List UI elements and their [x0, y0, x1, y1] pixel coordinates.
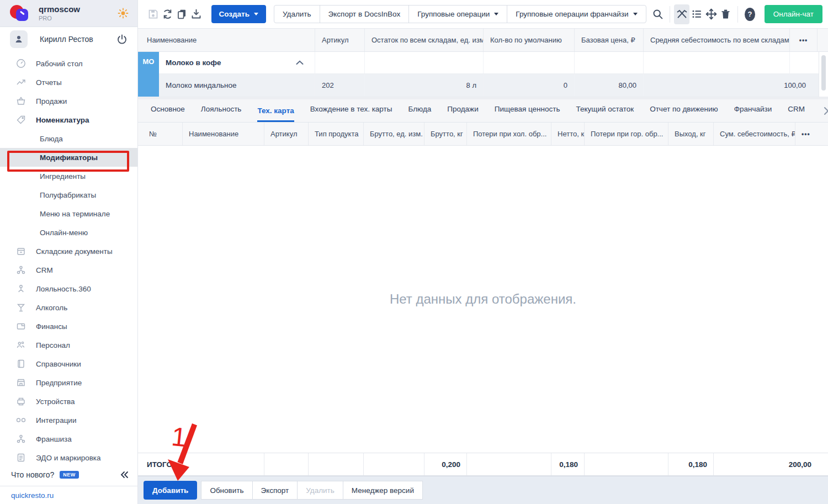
detail-col-gross-kg[interactable]: Брутто, кг: [424, 123, 466, 145]
detail-col-gross-unit[interactable]: Брутто, ед. изм.: [363, 123, 424, 145]
group-operations-franchise-button[interactable]: Групповые операции франчайзи: [507, 5, 646, 23]
sidebar-item-sales[interactable]: Продажи: [0, 92, 137, 110]
sidebar-item-directories[interactable]: Справочники: [0, 354, 137, 373]
detail-column-settings-button[interactable]: •••: [795, 123, 828, 145]
sidebar-item-ingredients[interactable]: Ингредиенты: [0, 167, 137, 185]
version-manager-button[interactable]: Менеджер версий: [343, 481, 423, 500]
detail-col-sku[interactable]: Артикул: [264, 123, 308, 145]
create-button[interactable]: Создать: [211, 5, 267, 23]
new-badge: NEW: [60, 471, 79, 479]
sidebar-item-loyalty360[interactable]: Лояльность.360: [0, 279, 137, 298]
sidebar-item-online-menu[interactable]: Онлайн-меню: [0, 223, 137, 242]
download-icon[interactable]: [189, 8, 203, 20]
online-chat-button[interactable]: Онлайн-чат: [765, 5, 822, 23]
detail-col-product-type[interactable]: Тип продукта: [308, 123, 363, 145]
totals-cost: 200,00: [713, 453, 828, 475]
product-avg-cost: 100,00: [643, 74, 817, 96]
logout-power-icon[interactable]: [116, 34, 128, 45]
header-rail: [817, 29, 828, 51]
copy-icon[interactable]: [174, 8, 189, 20]
whats-new-link[interactable]: Что нового?: [11, 470, 54, 479]
sidebar-item-edo[interactable]: ЭДО и маркировка: [0, 448, 137, 467]
list-view-icon[interactable]: [689, 8, 704, 20]
column-header-avg-cost[interactable]: Средняя себестоимость по всем складам, ₽: [643, 29, 789, 51]
sidebar-item-modifiers[interactable]: Модификаторы: [0, 148, 137, 167]
sidebar-item-desktop[interactable]: Рабочий стол: [0, 54, 137, 73]
user-panel: Кирилл Рестов: [0, 27, 137, 52]
sidebar-item-alcohol[interactable]: Алкоголь: [0, 298, 137, 317]
sidebar-item-reports[interactable]: Отчеты: [0, 73, 137, 92]
refresh-button[interactable]: Обновить: [201, 481, 252, 500]
product-row[interactable]: Молоко миндальное 202 8 л 0 80,00 100,00: [138, 74, 828, 97]
group-row[interactable]: Молоко в кофе: [138, 52, 828, 74]
footer-button-group: Обновить Экспорт Удалить Менеджер версий: [201, 481, 423, 500]
export-button[interactable]: Экспорт: [252, 481, 298, 500]
app-logo-icon: [10, 3, 30, 23]
sidebar-item-integrations[interactable]: Интеграции: [0, 411, 137, 429]
detail-col-cold-loss[interactable]: Потери при хол. обр...: [466, 123, 551, 145]
tab-tech-card-usage[interactable]: Вхождение в тех. карты: [310, 105, 392, 122]
tab-main[interactable]: Основное: [151, 105, 185, 122]
sidebar-item-enterprise[interactable]: Предприятие: [0, 373, 137, 392]
trash-icon[interactable]: [718, 8, 733, 20]
empty-state-text: Нет данных для отображения.: [390, 291, 576, 307]
chevron-up-icon[interactable]: [296, 60, 308, 65]
sidebar-item-finance[interactable]: Финансы: [0, 317, 137, 336]
tab-dishes[interactable]: Блюда: [408, 105, 431, 122]
search-icon[interactable]: [651, 8, 665, 20]
tab-franchisee[interactable]: Франчайзи: [734, 105, 772, 122]
chevron-down-icon: [633, 13, 638, 15]
sidebar-item-warehouse-docs[interactable]: Складские документы: [0, 242, 137, 261]
totals-label: ИТОГО:: [138, 453, 264, 475]
tab-loyalty[interactable]: Лояльность: [201, 105, 242, 122]
sidebar-item-franchise[interactable]: Франшиза: [0, 429, 137, 448]
close-icon[interactable]: [821, 104, 828, 118]
sidebar-item-terminal-menu[interactable]: Меню на терминале: [0, 204, 137, 223]
help-icon[interactable]: ?: [745, 8, 755, 21]
sidebar-item-label: Отчеты: [36, 78, 62, 87]
plan-label: PRO: [39, 15, 80, 22]
detail-col-net-kg[interactable]: Нетто, кг: [551, 123, 584, 145]
sidebar-item-label: Онлайн-меню: [40, 229, 88, 237]
tools-icon[interactable]: [674, 4, 689, 24]
column-header-sku[interactable]: Артикул: [315, 29, 364, 51]
sidebar-item-label: Предприятие: [36, 379, 82, 387]
group-operations-button[interactable]: Групповые операции: [408, 5, 507, 23]
delete-button[interactable]: Удалить: [274, 5, 320, 23]
sidebar-item-crm[interactable]: CRM: [0, 261, 137, 279]
column-header-default-qty[interactable]: Кол-во по умолчанию: [483, 29, 574, 51]
detail-col-hot-loss[interactable]: Потери при гор. обр...: [584, 123, 668, 145]
export-docsinbox-button[interactable]: Экспорт в DocsInBox: [320, 5, 410, 23]
chevron-down-icon: [254, 13, 258, 15]
detail-col-output-kg[interactable]: Выход, кг: [668, 123, 713, 145]
product-stock: 8 л: [364, 74, 483, 96]
tab-sales[interactable]: Продажи: [447, 105, 478, 122]
move-icon[interactable]: [704, 8, 718, 20]
detail-col-name[interactable]: Наименование: [182, 123, 264, 145]
sidebar-item-dishes[interactable]: Блюда: [0, 129, 137, 148]
tab-tech-card[interactable]: Тех. карта: [257, 107, 294, 122]
chevron-down-icon: [494, 13, 498, 15]
sidebar-item-semifinished[interactable]: Полуфабрикаты: [0, 185, 137, 204]
column-header-base-price[interactable]: Базовая цена, ₽: [574, 29, 643, 51]
collapse-sidebar-icon[interactable]: [120, 471, 129, 479]
quickresto-link[interactable]: quickresto.ru: [11, 491, 54, 500]
column-header-stock[interactable]: Остаток по всем складам, ед. изм.: [364, 29, 483, 51]
sidebar-nav: Рабочий стол Отчеты Продажи Номенклатура…: [0, 52, 137, 467]
scrollbar-thumb[interactable]: [821, 55, 826, 91]
tab-nutrition[interactable]: Пищевая ценность: [495, 105, 560, 122]
theme-sun-icon[interactable]: [118, 8, 129, 19]
user-avatar[interactable]: [10, 30, 28, 48]
add-button[interactable]: Добавить: [144, 481, 197, 500]
column-settings-button[interactable]: •••: [789, 29, 817, 51]
sidebar-item-staff[interactable]: Персонал: [0, 336, 137, 354]
column-header-name[interactable]: Наименование: [138, 29, 315, 51]
tab-crm[interactable]: CRM: [788, 105, 805, 122]
sidebar-item-devices[interactable]: Устройства: [0, 392, 137, 411]
sidebar-item-nomenclature[interactable]: Номенклатура: [0, 110, 137, 129]
detail-col-number[interactable]: №: [138, 123, 182, 145]
tab-current-stock[interactable]: Текущий остаток: [576, 105, 634, 122]
tab-movement-report[interactable]: Отчет по движению: [650, 105, 718, 122]
refresh-icon[interactable]: [160, 8, 174, 20]
detail-col-total-cost[interactable]: Сум. себестоимость, ₽: [713, 123, 795, 145]
